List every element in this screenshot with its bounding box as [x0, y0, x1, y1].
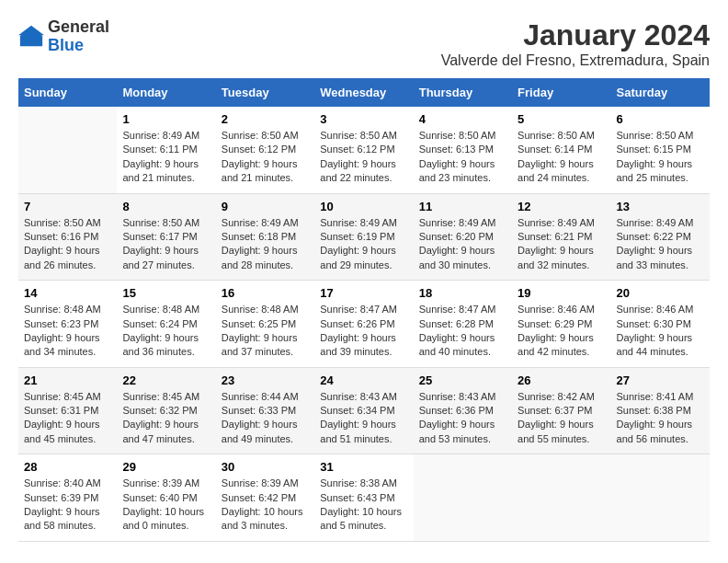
day-number: 28 [24, 460, 111, 474]
day-info: Sunrise: 8:49 AM Sunset: 6:22 PM Dayligh… [617, 216, 704, 273]
day-info: Sunrise: 8:50 AM Sunset: 6:16 PM Dayligh… [24, 216, 111, 273]
logo-blue: Blue [48, 37, 109, 55]
calendar-cell: 19Sunrise: 8:46 AM Sunset: 6:29 PM Dayli… [512, 281, 610, 368]
calendar-cell: 5Sunrise: 8:50 AM Sunset: 6:14 PM Daylig… [512, 107, 610, 193]
day-info: Sunrise: 8:45 AM Sunset: 6:32 PM Dayligh… [122, 390, 210, 447]
day-number: 6 [617, 112, 704, 126]
day-info: Sunrise: 8:43 AM Sunset: 6:36 PM Dayligh… [419, 390, 506, 447]
day-number: 23 [222, 373, 309, 387]
calendar-cell: 26Sunrise: 8:42 AM Sunset: 6:37 PM Dayli… [512, 367, 610, 454]
calendar-cell: 12Sunrise: 8:49 AM Sunset: 6:21 PM Dayli… [512, 193, 610, 281]
calendar-cell: 16Sunrise: 8:48 AM Sunset: 6:25 PM Dayli… [216, 281, 314, 368]
day-info: Sunrise: 8:45 AM Sunset: 6:31 PM Dayligh… [24, 390, 111, 447]
calendar-cell: 13Sunrise: 8:49 AM Sunset: 6:22 PM Dayli… [611, 193, 710, 281]
day-number: 29 [122, 460, 210, 474]
day-number: 7 [24, 200, 111, 213]
day-number: 30 [222, 460, 309, 474]
header-tuesday: Tuesday [216, 78, 314, 107]
day-number: 21 [24, 373, 111, 387]
main-title: January 2024 [441, 18, 710, 52]
calendar-cell: 28Sunrise: 8:40 AM Sunset: 6:39 PM Dayli… [18, 454, 117, 542]
calendar-cell: 7Sunrise: 8:50 AM Sunset: 6:16 PM Daylig… [18, 193, 117, 281]
week-row-5: 28Sunrise: 8:40 AM Sunset: 6:39 PM Dayli… [18, 454, 710, 542]
calendar-cell: 9Sunrise: 8:49 AM Sunset: 6:18 PM Daylig… [216, 193, 314, 281]
day-number: 25 [419, 373, 506, 387]
day-info: Sunrise: 8:50 AM Sunset: 6:12 PM Dayligh… [222, 129, 309, 186]
day-number: 4 [419, 112, 506, 126]
day-number: 15 [122, 286, 210, 300]
calendar-cell: 14Sunrise: 8:48 AM Sunset: 6:23 PM Dayli… [18, 281, 117, 368]
day-number: 12 [518, 200, 605, 213]
day-info: Sunrise: 8:47 AM Sunset: 6:26 PM Dayligh… [320, 303, 407, 360]
calendar-cell: 11Sunrise: 8:49 AM Sunset: 6:20 PM Dayli… [414, 193, 512, 281]
calendar-cell: 30Sunrise: 8:39 AM Sunset: 6:42 PM Dayli… [216, 454, 314, 542]
calendar-cell: 18Sunrise: 8:47 AM Sunset: 6:28 PM Dayli… [414, 281, 512, 368]
day-number: 8 [122, 200, 210, 213]
title-block: January 2024 Valverde del Fresno, Extrem… [441, 18, 710, 69]
day-number: 18 [419, 286, 506, 300]
logo-general: General [48, 18, 109, 37]
header-saturday: Saturday [611, 78, 710, 107]
day-number: 5 [518, 112, 605, 126]
day-info: Sunrise: 8:50 AM Sunset: 6:17 PM Dayligh… [122, 216, 210, 273]
day-number: 17 [320, 286, 407, 300]
day-info: Sunrise: 8:48 AM Sunset: 6:24 PM Dayligh… [122, 303, 210, 360]
week-row-3: 14Sunrise: 8:48 AM Sunset: 6:23 PM Dayli… [18, 281, 710, 368]
day-info: Sunrise: 8:50 AM Sunset: 6:14 PM Dayligh… [518, 129, 605, 186]
page-header: General Blue January 2024 Valverde del F… [18, 18, 710, 69]
week-row-4: 21Sunrise: 8:45 AM Sunset: 6:31 PM Dayli… [18, 367, 710, 454]
day-info: Sunrise: 8:48 AM Sunset: 6:25 PM Dayligh… [222, 303, 309, 360]
day-number: 13 [617, 200, 704, 213]
day-info: Sunrise: 8:43 AM Sunset: 6:34 PM Dayligh… [320, 390, 407, 447]
calendar-cell: 3Sunrise: 8:50 AM Sunset: 6:12 PM Daylig… [314, 107, 413, 193]
day-number: 14 [24, 286, 111, 300]
day-info: Sunrise: 8:46 AM Sunset: 6:30 PM Dayligh… [617, 303, 704, 360]
day-info: Sunrise: 8:49 AM Sunset: 6:11 PM Dayligh… [122, 129, 210, 186]
svg-marker-0 [20, 28, 42, 47]
calendar-cell: 23Sunrise: 8:44 AM Sunset: 6:33 PM Dayli… [216, 367, 314, 454]
logo-text: General Blue [48, 18, 109, 55]
week-row-2: 7Sunrise: 8:50 AM Sunset: 6:16 PM Daylig… [18, 193, 710, 281]
calendar-cell: 21Sunrise: 8:45 AM Sunset: 6:31 PM Dayli… [18, 367, 117, 454]
day-number: 31 [320, 460, 407, 474]
calendar-cell: 17Sunrise: 8:47 AM Sunset: 6:26 PM Dayli… [314, 281, 413, 368]
calendar-header-row: SundayMondayTuesdayWednesdayThursdayFrid… [18, 78, 710, 107]
calendar-table: SundayMondayTuesdayWednesdayThursdayFrid… [18, 78, 710, 542]
calendar-cell: 25Sunrise: 8:43 AM Sunset: 6:36 PM Dayli… [414, 367, 512, 454]
day-info: Sunrise: 8:50 AM Sunset: 6:12 PM Dayligh… [320, 129, 407, 186]
calendar-cell [414, 454, 512, 542]
subtitle: Valverde del Fresno, Extremadura, Spain [441, 52, 710, 69]
day-info: Sunrise: 8:42 AM Sunset: 6:37 PM Dayligh… [518, 390, 605, 447]
day-number: 2 [222, 112, 309, 126]
calendar-cell: 2Sunrise: 8:50 AM Sunset: 6:12 PM Daylig… [216, 107, 314, 193]
calendar-cell [18, 107, 117, 193]
day-info: Sunrise: 8:49 AM Sunset: 6:18 PM Dayligh… [222, 216, 309, 273]
calendar-cell [512, 454, 610, 542]
day-info: Sunrise: 8:39 AM Sunset: 6:40 PM Dayligh… [122, 477, 210, 534]
header-wednesday: Wednesday [314, 78, 413, 107]
calendar-cell: 31Sunrise: 8:38 AM Sunset: 6:43 PM Dayli… [314, 454, 413, 542]
calendar-cell: 1Sunrise: 8:49 AM Sunset: 6:11 PM Daylig… [117, 107, 215, 193]
calendar-cell: 6Sunrise: 8:50 AM Sunset: 6:15 PM Daylig… [611, 107, 710, 193]
calendar-cell: 15Sunrise: 8:48 AM Sunset: 6:24 PM Dayli… [117, 281, 215, 368]
calendar-cell: 4Sunrise: 8:50 AM Sunset: 6:13 PM Daylig… [414, 107, 512, 193]
day-info: Sunrise: 8:49 AM Sunset: 6:21 PM Dayligh… [518, 216, 605, 273]
day-info: Sunrise: 8:46 AM Sunset: 6:29 PM Dayligh… [518, 303, 605, 360]
header-monday: Monday [117, 78, 215, 107]
day-info: Sunrise: 8:40 AM Sunset: 6:39 PM Dayligh… [24, 477, 111, 534]
week-row-1: 1Sunrise: 8:49 AM Sunset: 6:11 PM Daylig… [18, 107, 710, 193]
day-number: 11 [419, 200, 506, 213]
logo-icon [18, 24, 44, 50]
calendar-cell: 27Sunrise: 8:41 AM Sunset: 6:38 PM Dayli… [611, 367, 710, 454]
day-number: 16 [222, 286, 309, 300]
day-number: 3 [320, 112, 407, 126]
day-info: Sunrise: 8:39 AM Sunset: 6:42 PM Dayligh… [222, 477, 309, 534]
day-number: 26 [518, 373, 605, 387]
calendar-cell [611, 454, 710, 542]
day-number: 1 [122, 112, 210, 126]
day-info: Sunrise: 8:47 AM Sunset: 6:28 PM Dayligh… [419, 303, 506, 360]
day-info: Sunrise: 8:48 AM Sunset: 6:23 PM Dayligh… [24, 303, 111, 360]
calendar-cell: 20Sunrise: 8:46 AM Sunset: 6:30 PM Dayli… [611, 281, 710, 368]
day-info: Sunrise: 8:44 AM Sunset: 6:33 PM Dayligh… [222, 390, 309, 447]
day-number: 24 [320, 373, 407, 387]
